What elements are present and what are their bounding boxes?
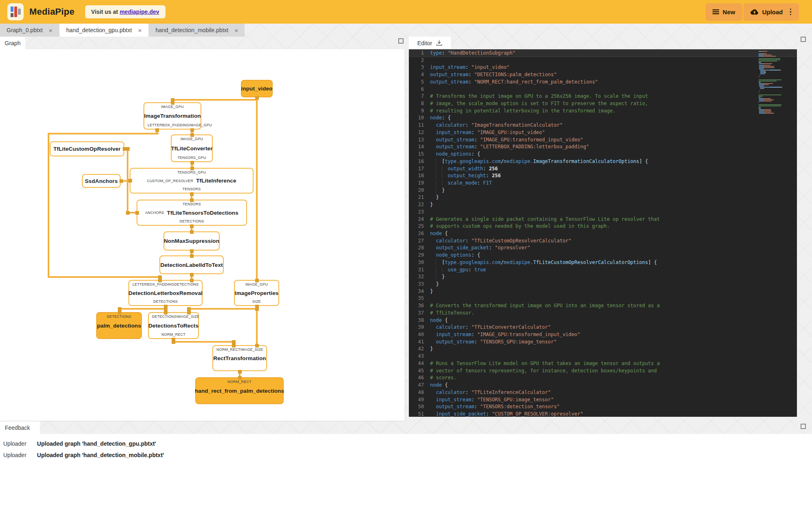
code-editor[interactable]: 1type: "HandDetectionSubgraph"23input_st… bbox=[409, 49, 797, 417]
line-number: 29 bbox=[409, 252, 430, 259]
menu-icon bbox=[713, 9, 719, 14]
port-row: DETECTIONSIMAGE_SIZE bbox=[149, 315, 198, 319]
graph-node-TfLiteInference[interactable]: TENSORS_GPUCUSTOM_OP_RESOLVERTfLiteInfer… bbox=[130, 168, 254, 194]
graph-node-TfLiteConverter[interactable]: IMAGE_GPUTfLiteConverterTENSORS_GPU bbox=[171, 134, 213, 162]
expand-editor-icon[interactable] bbox=[801, 37, 806, 42]
code-text: output_height: 256 bbox=[430, 172, 501, 180]
line-number: 7 bbox=[409, 93, 430, 100]
file-tab-label: hand_detection_gpu.pbtxt bbox=[66, 27, 132, 33]
graph-node-TfLiteCustomOpResolver[interactable]: TfLiteCustomOpResolver bbox=[50, 141, 124, 156]
code-text: } bbox=[430, 201, 433, 209]
code-text: } bbox=[430, 345, 433, 353]
code-line: 13 output_stream: "IMAGE_GPU:transformed… bbox=[409, 136, 797, 144]
graph-node-palm_detections[interactable]: DETECTIONSpalm_detections bbox=[96, 312, 142, 339]
code-text: node_options: { bbox=[430, 151, 480, 158]
code-text: # Converts the transformed input image o… bbox=[430, 302, 660, 310]
port-row: LETTERBOX_PADDINGIMAGE_GPU bbox=[144, 123, 201, 127]
minimap-line bbox=[759, 51, 793, 52]
code-line: 7# Transforms the input image on GPU to … bbox=[409, 93, 797, 100]
code-line: 19 scale_mode: FIT bbox=[409, 180, 797, 187]
upload-button-label: Upload bbox=[762, 9, 783, 15]
line-number: 3 bbox=[409, 64, 430, 71]
minimap-line bbox=[759, 99, 793, 100]
port-label: DETECTIONS bbox=[107, 315, 131, 319]
code-line: 49 input_stream: "TENSORS_GPU:image_tens… bbox=[409, 396, 797, 404]
graph-node-DetectionLabelIdToText[interactable]: DetectionLabelIdToText bbox=[159, 255, 224, 274]
graph-port-joint bbox=[190, 230, 194, 234]
download-icon[interactable] bbox=[436, 40, 442, 46]
code-line: 33 } bbox=[409, 281, 797, 288]
graph-node-ImageTransformation[interactable]: IMAGE_GPUImageTransformationLETTERBOX_PA… bbox=[143, 102, 201, 130]
upload-menu-kebab-icon[interactable] bbox=[789, 8, 792, 16]
feedback-entry: UploaderUploaded graph 'hand_detection_g… bbox=[0, 438, 812, 449]
graph-port-joint bbox=[126, 147, 130, 151]
expand-feedback-icon[interactable] bbox=[801, 424, 806, 429]
code-line: 42} bbox=[409, 345, 797, 353]
line-number: 51 bbox=[409, 411, 430, 417]
graph-canvas[interactable]: input_videoIMAGE_GPUImageTransformationL… bbox=[0, 49, 405, 421]
line-number: 11 bbox=[409, 122, 430, 129]
visit-badge: Visit us at mediapipe.dev bbox=[85, 5, 165, 18]
graph-node-DetectionLetterboxRemoval[interactable]: LETTERBOX_PADDINGDETECTIONSDetectionLett… bbox=[128, 280, 203, 306]
file-tab-hand_detection_mobile.pbtxt[interactable]: hand_detection_mobile.pbtxt× bbox=[149, 24, 245, 37]
graph-node-SsdAnchors[interactable]: SsdAnchors bbox=[82, 174, 121, 188]
graph-port-joint bbox=[255, 344, 259, 348]
code-text: output_stream: "IMAGE_GPU:transformed_in… bbox=[430, 136, 583, 144]
minimap-line bbox=[759, 110, 793, 111]
minimap[interactable] bbox=[759, 51, 793, 114]
graph-node-DetectionsToRects[interactable]: DETECTIONSIMAGE_SIZEDetectionsToRectsNOR… bbox=[148, 312, 199, 339]
graph-port-joint bbox=[190, 128, 194, 132]
graph-node-input_video[interactable]: input_video bbox=[241, 80, 273, 97]
port-label: ANCHORS bbox=[145, 211, 164, 215]
port-row: LETTERBOX_PADDINGDETECTIONS bbox=[129, 282, 202, 286]
code-line: 9# resulting in potential letterboxing i… bbox=[409, 108, 797, 115]
graph-port-joint bbox=[164, 311, 168, 315]
file-tab-Graph_0.pbtxt[interactable]: Graph_0.pbtxt× bbox=[0, 24, 59, 37]
port-label: LETTERBOX_PADDING bbox=[132, 282, 174, 286]
graph-edge bbox=[48, 133, 159, 134]
minimap-line bbox=[759, 106, 793, 106]
line-number: 19 bbox=[409, 180, 430, 187]
port-row: NORM_RECTIMAGE_SIZE bbox=[213, 348, 266, 352]
line-number: 44 bbox=[409, 360, 430, 367]
close-tab-icon[interactable]: × bbox=[138, 27, 142, 33]
code-line: 28 output_side_packet: "opresolver" bbox=[409, 244, 797, 252]
graph-port-joint bbox=[164, 307, 168, 311]
tab-graph[interactable]: Graph bbox=[0, 37, 25, 49]
node-title: ImageProperties bbox=[235, 290, 278, 296]
code-text: # vector of tensors representing, for in… bbox=[430, 367, 657, 375]
minimap-line bbox=[759, 68, 793, 69]
tab-editor[interactable]: Editor bbox=[409, 37, 451, 49]
close-tab-icon[interactable]: × bbox=[234, 27, 238, 33]
port-row: TENSORS bbox=[130, 187, 253, 191]
new-button[interactable]: New bbox=[706, 3, 742, 21]
line-number: 1 bbox=[409, 50, 430, 57]
expand-graph-icon[interactable] bbox=[398, 38, 404, 44]
code-line: 51 input_side_packet: "CUSTOM_OP_RESOLVE… bbox=[409, 411, 797, 417]
line-number: 49 bbox=[409, 396, 430, 404]
minimap-line bbox=[759, 61, 793, 62]
line-number: 26 bbox=[409, 230, 430, 238]
line-number: 2 bbox=[409, 57, 430, 64]
graph-node-RectTransformation[interactable]: NORM_RECTIMAGE_SIZERectTransformation bbox=[212, 345, 267, 371]
code-text: calculator: "TfLiteInferenceCalculator" bbox=[430, 389, 551, 396]
graph-node-NonMaxSuppression[interactable]: NonMaxSuppression bbox=[163, 231, 220, 251]
minimap-line bbox=[759, 102, 793, 103]
node-title: RectTransformation bbox=[213, 355, 266, 361]
graph-port-joint bbox=[187, 311, 191, 315]
graph-node-hand_rect_from_palm_detections[interactable]: NORM_RECThand_rect_from_palm_detections bbox=[195, 377, 284, 404]
port-row: DETECTIONS bbox=[137, 219, 246, 223]
upload-button[interactable]: Upload bbox=[744, 3, 799, 21]
port-row: TENSORS_GPU bbox=[172, 156, 212, 160]
graph-node-ImageProperties[interactable]: IMAGE_GPUImagePropertiesSIZE bbox=[234, 280, 279, 306]
code-line: 6 bbox=[409, 86, 797, 93]
node-title: TfLiteCustomOpResolver bbox=[53, 146, 121, 152]
line-number: 43 bbox=[409, 353, 430, 360]
tab-feedback[interactable]: Feedback bbox=[0, 421, 40, 434]
code-line: 46# scores. bbox=[409, 374, 797, 382]
feedback-source: Uploader bbox=[0, 440, 26, 447]
mediapipe-dev-link[interactable]: mediapipe.dev bbox=[119, 9, 159, 15]
graph-node-TfLiteTensorsToDetections[interactable]: TENSORSANCHORSTfLiteTensorsToDetectionsD… bbox=[137, 200, 247, 226]
close-tab-icon[interactable]: × bbox=[49, 27, 53, 33]
file-tab-hand_detection_gpu.pbtxt[interactable]: hand_detection_gpu.pbtxt× bbox=[60, 24, 148, 37]
